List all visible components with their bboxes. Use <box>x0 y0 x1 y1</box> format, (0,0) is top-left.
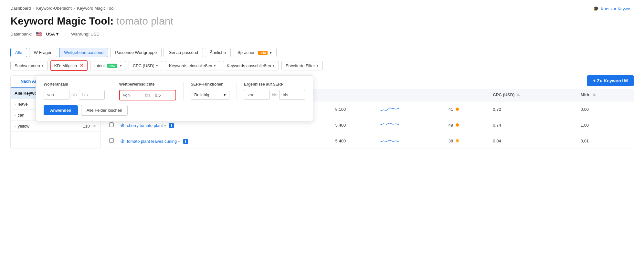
trend-cell <box>377 133 445 149</box>
cpc-cell: 0,72 <box>490 101 577 117</box>
sidebar-item-yellow[interactable]: › yellow 110 👁 <box>11 121 100 132</box>
ergebnisse-label: Ergebnisse auf SERP <box>244 82 305 87</box>
eye-icon[interactable]: 👁 <box>92 124 97 129</box>
add-to-list-button[interactable]: + Zu Keyword M <box>587 75 634 86</box>
sidebar-item-can-label: can <box>18 113 25 118</box>
close-icon[interactable]: ✕ <box>80 63 84 68</box>
chevron-down-icon: ▾ <box>224 92 226 97</box>
wettbewerbsdichte-input-box: bis <box>119 90 176 100</box>
tab-weitgehend[interactable]: Weitgehend passend <box>59 48 108 57</box>
flag-icon: 🇺🇸 <box>36 31 42 37</box>
serp-col: SERP-Funktionen Beliebig ▾ <box>191 82 229 100</box>
woerteranzahl-col: Wörteranzahl bis <box>44 82 105 100</box>
ergebnisse-bis-input[interactable] <box>279 90 305 100</box>
chevron-down-icon[interactable]: ▾ <box>164 124 166 128</box>
row-checkbox[interactable] <box>109 122 114 127</box>
keyword-link[interactable]: cherry tomato plant <box>127 123 163 128</box>
cpc-cell: 0,04 <box>490 133 577 149</box>
th-mitb[interactable]: Mitb. ⇅ <box>577 89 634 101</box>
intent-filter[interactable]: Intent new ▾ <box>90 61 126 70</box>
chevron-right-icon: › <box>15 102 16 106</box>
keyword-link[interactable]: tomato plant leaves curling <box>127 139 177 144</box>
woerteranzahl-label: Wörteranzahl <box>44 82 105 87</box>
clear-button[interactable]: Alle Felder löschen <box>81 105 128 116</box>
mitb-cell: 1,00 <box>577 117 634 133</box>
cpc-cell: 0,74 <box>490 117 577 133</box>
currency-label: Währung: USD <box>71 32 99 36</box>
chevron-down-icon: ▾ <box>42 64 44 68</box>
db-selector[interactable]: USA ▾ <box>46 32 58 36</box>
chevron-down-icon: ▾ <box>120 64 122 68</box>
tab-genau-passend[interactable]: Genau passend <box>164 48 203 57</box>
add-keyword-icon[interactable]: ⊕ <box>120 138 124 144</box>
th-kd <box>445 89 490 101</box>
th-volume <box>332 89 377 101</box>
sidebar-item-leave-label: leave <box>18 102 28 107</box>
db-label: Datenbank: <box>10 32 32 36</box>
kd-cell: 49 <box>445 117 490 133</box>
tab-alle[interactable]: Alle <box>10 48 27 57</box>
apply-button[interactable]: Anwenden <box>44 105 78 115</box>
keyword-cell: ⊕ tomato plant leaves curling ▾ I <box>117 133 332 149</box>
sidebar-item-yellow-label: yellow <box>18 124 29 129</box>
advanced-filter[interactable]: Erweiterte Filter ▾ <box>281 61 323 70</box>
sort-icon: ⇅ <box>517 93 520 97</box>
sidebar-item-yellow-count: 110 <box>83 124 90 129</box>
tab-passende-wortgruppe[interactable]: Passende Wortgruppe <box>110 48 162 57</box>
ergebnisse-von-input[interactable] <box>244 90 270 100</box>
new-badge: new <box>107 64 117 68</box>
chevron-right-icon: › <box>15 113 16 117</box>
filter-popup: Wörteranzahl bis Wettbewerbsdichte bis <box>36 75 313 121</box>
kd-dot <box>456 123 459 127</box>
woerteranzahl-bis-input[interactable] <box>79 90 105 100</box>
graduation-cap-icon: 🎓 <box>593 6 599 12</box>
page-title: Keyword Magic Tool: tomato plant <box>0 13 644 29</box>
th-cpc[interactable]: CPC (USD) ⇅ <box>490 89 577 101</box>
divider3 <box>237 82 237 100</box>
intent-badge: I <box>183 139 188 144</box>
row-checkbox-cell <box>106 133 117 149</box>
mitb-cell: 0,00 <box>577 101 634 117</box>
trend-sparkline <box>380 137 399 145</box>
wettbewerbsdichte-von-input[interactable] <box>121 91 143 99</box>
chevron-down-icon[interactable]: ▾ <box>178 140 180 143</box>
chevron-down-icon: ▾ <box>56 32 58 36</box>
suchvolumen-filter[interactable]: Suchvolumen ▾ <box>10 61 48 70</box>
cpc-filter[interactable]: CPC (USD) ▾ <box>129 61 162 70</box>
kd-filter[interactable]: KD: Möglich ✕ <box>50 60 88 71</box>
chevron-down-icon: ▾ <box>156 64 158 68</box>
serp-select[interactable]: Beliebig ▾ <box>191 90 229 100</box>
divider <box>112 82 112 100</box>
breadcrumb-keyword-overview[interactable]: Keyword-Übersicht <box>36 6 72 11</box>
chevron-down-icon: ▾ <box>273 64 275 68</box>
tab-sprachen[interactable]: Sprachen beta ▾ <box>233 48 277 57</box>
chevron-down-icon: ▾ <box>270 51 272 55</box>
sort-icon: ⇅ <box>593 93 596 97</box>
filter-tabs: Alle W-Fragen Weitgehend passend Passend… <box>0 43 644 57</box>
chevron-down-icon: ▾ <box>317 64 319 68</box>
tab-aehnliche[interactable]: Ähnliche <box>205 48 231 57</box>
breadcrumb: Dashboard › Keyword-Übersicht › Keyword … <box>0 0 644 13</box>
volume-cell: 5.400 <box>332 117 377 133</box>
trend-cell <box>377 101 445 117</box>
trend-sparkline <box>380 121 399 129</box>
chevron-right-icon: › <box>15 124 16 128</box>
kd-cell: 38 <box>445 133 490 149</box>
divider2 <box>183 82 184 100</box>
row-checkbox[interactable] <box>109 138 114 143</box>
tab-w-fragen[interactable]: W-Fragen <box>29 48 58 57</box>
trend-cell <box>377 117 445 133</box>
kd-cell: 41 <box>445 101 490 117</box>
trend-sparkline <box>380 105 399 113</box>
breadcrumb-dashboard[interactable]: Dashboard <box>10 6 31 11</box>
add-keyword-icon[interactable]: ⊕ <box>120 122 124 128</box>
chevron-down-icon: ▾ <box>214 64 216 68</box>
th-trend <box>377 89 445 101</box>
wettbewerbsdichte-col: Wettbewerbsdichte bis <box>119 82 176 100</box>
woerteranzahl-von-input[interactable] <box>44 90 69 100</box>
keywords-include-filter[interactable]: Keywords einschließen ▾ <box>165 61 220 70</box>
wettbewerbsdichte-bis-input[interactable] <box>152 91 175 99</box>
kd-dot <box>456 108 459 111</box>
keywords-exclude-filter[interactable]: Keywords ausschließen ▾ <box>223 61 279 70</box>
course-link[interactable]: 🎓 Kurs zur Keywo... <box>593 6 634 12</box>
